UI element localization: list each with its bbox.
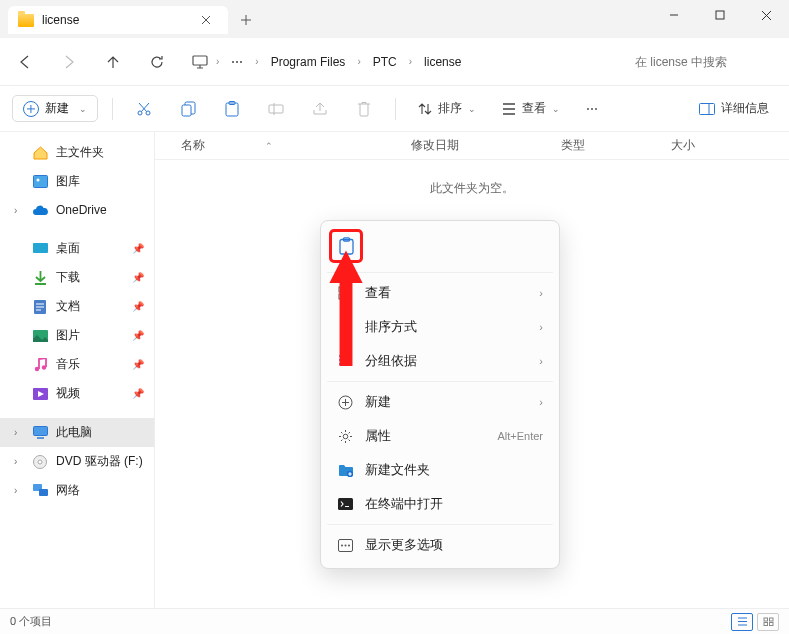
chevron-right-icon: › — [539, 321, 543, 333]
ctx-new-folder[interactable]: 新建文件夹 — [327, 453, 553, 487]
breadcrumb-ellipsis[interactable]: ⋯ — [227, 51, 247, 73]
chevron-right-icon: › — [14, 485, 24, 496]
new-tab-button[interactable] — [232, 6, 260, 34]
col-date[interactable]: 修改日期 — [411, 137, 561, 154]
svg-rect-37 — [769, 618, 773, 621]
ctx-sort[interactable]: 排序方式› — [327, 310, 553, 344]
details-view-toggle[interactable] — [731, 613, 753, 631]
maximize-button[interactable] — [697, 0, 743, 30]
sidebar-music[interactable]: 音乐📌 — [0, 350, 154, 379]
share-button[interactable] — [303, 92, 337, 126]
new-button[interactable]: 新建 ⌄ — [12, 95, 98, 122]
music-icon — [32, 357, 48, 373]
ctx-group[interactable]: 分组依据› — [327, 344, 553, 378]
chevron-right-icon: › — [539, 355, 543, 367]
chevron-right-icon: › — [14, 456, 24, 467]
svg-point-34 — [344, 544, 346, 546]
svg-point-2 — [138, 111, 142, 115]
svg-point-35 — [348, 544, 350, 546]
sidebar-onedrive[interactable]: ›OneDrive — [0, 196, 154, 224]
cut-button[interactable] — [127, 92, 161, 126]
cloud-icon — [32, 202, 48, 218]
col-type[interactable]: 类型 — [561, 137, 671, 154]
paste-icon-button[interactable] — [329, 229, 363, 263]
sort-label: 排序 — [438, 100, 462, 117]
breadcrumb-item[interactable]: license — [420, 51, 465, 73]
svg-rect-11 — [33, 243, 48, 253]
details-button[interactable]: 详细信息 — [691, 96, 777, 121]
svg-rect-1 — [193, 56, 207, 65]
download-icon — [32, 270, 48, 286]
svg-rect-0 — [716, 11, 724, 19]
separator — [395, 98, 396, 120]
sidebar-documents[interactable]: 文档📌 — [0, 292, 154, 321]
sidebar-dvd[interactable]: ›DVD 驱动器 (F:) — [0, 447, 154, 476]
svg-rect-8 — [700, 103, 715, 114]
minimize-button[interactable] — [651, 0, 697, 30]
forward-button[interactable] — [54, 47, 84, 77]
pin-icon: 📌 — [132, 388, 144, 399]
chevron-right-icon: › — [357, 56, 360, 67]
video-icon — [32, 386, 48, 402]
svg-rect-31 — [338, 498, 353, 510]
delete-button[interactable] — [347, 92, 381, 126]
context-menu: 查看› 排序方式› 分组依据› 新建› 属性Alt+Enter 新建文件夹 在终… — [320, 220, 560, 569]
browser-tab[interactable]: license — [8, 6, 228, 34]
monitor-icon[interactable] — [192, 54, 208, 70]
rename-button[interactable] — [259, 92, 293, 126]
disc-icon — [32, 454, 48, 470]
ctx-view[interactable]: 查看› — [327, 276, 553, 310]
ctx-new[interactable]: 新建› — [327, 385, 553, 419]
folder-icon — [18, 14, 34, 27]
breadcrumb-item[interactable]: PTC — [369, 51, 401, 73]
gear-icon — [337, 428, 353, 444]
sidebar-home[interactable]: 主文件夹 — [0, 138, 154, 167]
sidebar-this-pc[interactable]: ›此电脑 — [0, 418, 154, 447]
chevron-right-icon: › — [539, 396, 543, 408]
ctx-terminal[interactable]: 在终端中打开 — [327, 487, 553, 521]
icons-view-toggle[interactable] — [757, 613, 779, 631]
sidebar-network[interactable]: ›网络 — [0, 476, 154, 505]
pin-icon: 📌 — [132, 243, 144, 254]
sort-indicator-icon: ⌃ — [265, 141, 273, 151]
col-size[interactable]: 大小 — [671, 137, 789, 154]
copy-button[interactable] — [171, 92, 205, 126]
home-icon — [32, 145, 48, 161]
svg-rect-24 — [339, 287, 344, 292]
col-name[interactable]: 名称⌃ — [181, 137, 411, 154]
pin-icon: 📌 — [132, 330, 144, 341]
breadcrumb-item[interactable]: Program Files — [267, 51, 350, 73]
gallery-icon — [32, 174, 48, 190]
search-input[interactable] — [629, 47, 779, 77]
sort-icon — [418, 102, 432, 116]
svg-rect-26 — [339, 294, 344, 299]
sidebar-videos[interactable]: 视频📌 — [0, 379, 154, 408]
paste-button[interactable] — [215, 92, 249, 126]
document-icon — [32, 299, 48, 315]
view-button[interactable]: 查看 ⌄ — [494, 96, 568, 121]
pictures-icon — [32, 328, 48, 344]
pin-icon: 📌 — [132, 272, 144, 283]
more-button[interactable]: ⋯ — [578, 98, 606, 120]
sort-button[interactable]: 排序 ⌄ — [410, 96, 484, 121]
svg-rect-4 — [182, 105, 191, 116]
view-icon — [337, 285, 353, 301]
close-button[interactable] — [743, 0, 789, 30]
close-tab-button[interactable] — [198, 12, 214, 28]
refresh-button[interactable] — [142, 47, 172, 77]
status-bar: 0 个项目 — [0, 608, 789, 634]
sidebar-downloads[interactable]: 下载📌 — [0, 263, 154, 292]
up-button[interactable] — [98, 47, 128, 77]
sidebar-pictures[interactable]: 图片📌 — [0, 321, 154, 350]
chevron-right-icon: › — [14, 205, 24, 216]
ctx-properties[interactable]: 属性Alt+Enter — [327, 419, 553, 453]
tab-title: license — [42, 13, 190, 27]
sidebar-gallery[interactable]: 图库 — [0, 167, 154, 196]
svg-rect-38 — [764, 623, 768, 626]
svg-rect-7 — [269, 105, 283, 113]
ctx-more[interactable]: 显示更多选项 — [327, 528, 553, 562]
back-button[interactable] — [10, 47, 40, 77]
sidebar-desktop[interactable]: 桌面📌 — [0, 234, 154, 263]
chevron-right-icon: › — [216, 56, 219, 67]
window-controls — [651, 0, 789, 30]
